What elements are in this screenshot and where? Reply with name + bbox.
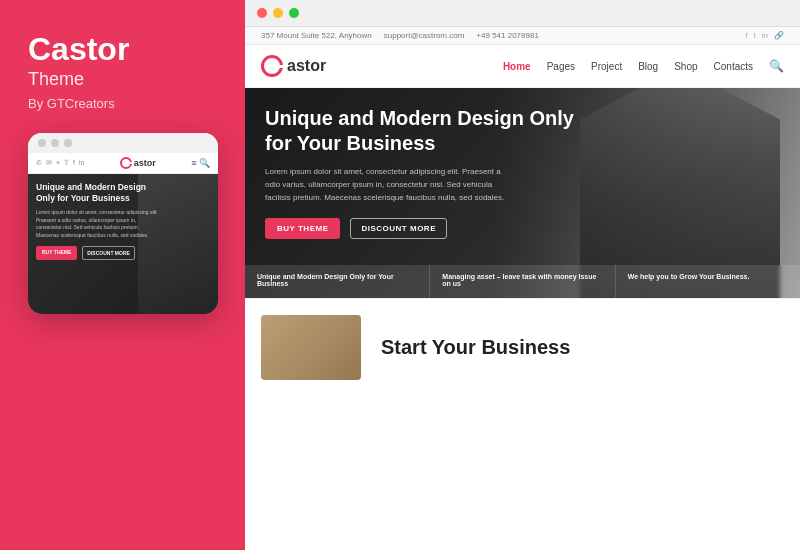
site-hero: Unique and Modern Design Only for Your B… xyxy=(245,88,800,298)
phone-icon: ✆ xyxy=(36,159,42,167)
mobile-hero-title: Unique and Modern Design Only for Your B… xyxy=(36,182,158,204)
browser-maximize-dot[interactable] xyxy=(289,8,299,18)
mobile-logo-text: astor xyxy=(134,158,156,168)
location-icon: ⌖ xyxy=(56,159,60,167)
browser-chrome xyxy=(245,0,800,27)
hero-info-title-1: Unique and Modern Design Only for Your B… xyxy=(257,273,417,287)
mobile-logo-icon xyxy=(120,157,132,169)
brand-name: Castor xyxy=(28,32,129,67)
instagram-icon[interactable]: in xyxy=(762,31,768,40)
linkedin-icon[interactable]: 🔗 xyxy=(774,31,784,40)
bottom-text: Start Your Business xyxy=(381,315,570,380)
mail-icon: ✉ xyxy=(46,159,52,167)
browser-close-dot[interactable] xyxy=(257,8,267,18)
bottom-title: Start Your Business xyxy=(381,336,570,359)
mobile-hero-content: Unique and Modern Design Only for Your B… xyxy=(36,182,158,260)
hero-content: Unique and Modern Design Only for Your B… xyxy=(265,106,585,239)
brand-creator: By GTCreators xyxy=(28,96,115,111)
facebook-icon[interactable]: f xyxy=(745,31,747,40)
site-logo-icon xyxy=(261,55,283,77)
hero-info-item-2: Managing asset – leave task with money I… xyxy=(430,265,615,298)
nav-link-blog[interactable]: Blog xyxy=(638,61,658,72)
hero-buttons: BUY THEME DISCOUNT MORE xyxy=(265,218,585,239)
mobile-dot-2 xyxy=(51,139,59,147)
website-preview: 357 Mount Suite 522, Anyhown support@cas… xyxy=(245,27,800,550)
site-topbar-social: f t in 🔗 xyxy=(745,31,784,40)
hero-info-title-2: Managing asset – leave task with money I… xyxy=(442,273,602,287)
brand-theme-label: Theme xyxy=(28,69,84,90)
site-logo-text: astor xyxy=(287,57,326,75)
instagram-icon: in xyxy=(79,159,84,167)
hero-info-bar: Unique and Modern Design Only for Your B… xyxy=(245,265,800,298)
twitter-icon: 𝕋 xyxy=(64,159,69,167)
topbar-email: support@castrom.com xyxy=(384,31,465,40)
site-nav: astor Home Pages Project Blog Shop Conta… xyxy=(245,45,800,88)
mobile-buy-button[interactable]: BUY THEME xyxy=(36,246,77,260)
site-logo: astor xyxy=(261,55,326,77)
hero-info-title-3: We help you to Grow Your Business. xyxy=(628,273,788,280)
nav-link-home[interactable]: Home xyxy=(503,61,531,72)
mobile-discount-button[interactable]: DISCOUNT MORE xyxy=(82,246,135,260)
nav-link-shop[interactable]: Shop xyxy=(674,61,697,72)
hero-info-item-3: We help you to Grow Your Business. xyxy=(616,265,800,298)
mobile-dot-1 xyxy=(38,139,46,147)
discount-more-button[interactable]: DISCOUNT MORE xyxy=(350,218,447,239)
bottom-image xyxy=(261,315,361,380)
hero-title: Unique and Modern Design Only for Your B… xyxy=(265,106,585,156)
mobile-top-bar xyxy=(28,133,218,153)
mobile-dot-3 xyxy=(64,139,72,147)
twitter-icon[interactable]: t xyxy=(754,31,756,40)
search-icon[interactable]: 🔍 xyxy=(769,59,784,73)
nav-link-project[interactable]: Project xyxy=(591,61,622,72)
left-panel: Castor Theme By GTCreators ✆ ✉ ⌖ 𝕋 f in … xyxy=(0,0,245,550)
mobile-nav-bar: ✆ ✉ ⌖ 𝕋 f in astor ≡ 🔍 xyxy=(28,153,218,174)
right-panel: 357 Mount Suite 522, Anyhown support@cas… xyxy=(245,0,800,550)
buy-theme-button[interactable]: BUY THEME xyxy=(265,218,340,239)
topbar-phone: +49 541 2078981 xyxy=(476,31,539,40)
mobile-hero: Unique and Modern Design Only for Your B… xyxy=(28,174,218,314)
site-topbar-left: 357 Mount Suite 522, Anyhown support@cas… xyxy=(261,31,539,40)
browser-minimize-dot[interactable] xyxy=(273,8,283,18)
nav-link-pages[interactable]: Pages xyxy=(547,61,575,72)
mobile-hero-buttons: BUY THEME DISCOUNT MORE xyxy=(36,246,158,260)
mobile-mockup: ✆ ✉ ⌖ 𝕋 f in astor ≡ 🔍 Unique and Modern… xyxy=(28,133,218,314)
hero-text: Lorem ipsum dolor sit amet, consectetur … xyxy=(265,166,505,204)
facebook-icon: f xyxy=(73,159,75,167)
topbar-address: 357 Mount Suite 522, Anyhown xyxy=(261,31,372,40)
nav-link-contacts[interactable]: Contacts xyxy=(714,61,753,72)
hero-info-item-1: Unique and Modern Design Only for Your B… xyxy=(245,265,430,298)
site-bottom-section: Start Your Business xyxy=(245,298,800,396)
site-nav-links: Home Pages Project Blog Shop Contacts 🔍 xyxy=(503,59,784,73)
mobile-menu-icon[interactable]: ≡ 🔍 xyxy=(191,158,210,168)
mobile-hero-text: Lorem ipsum dolor sit amet, consectetur … xyxy=(36,209,158,239)
mobile-logo: astor xyxy=(120,157,156,169)
site-topbar: 357 Mount Suite 522, Anyhown support@cas… xyxy=(245,27,800,45)
mobile-nav-icons: ✆ ✉ ⌖ 𝕋 f in xyxy=(36,159,84,167)
